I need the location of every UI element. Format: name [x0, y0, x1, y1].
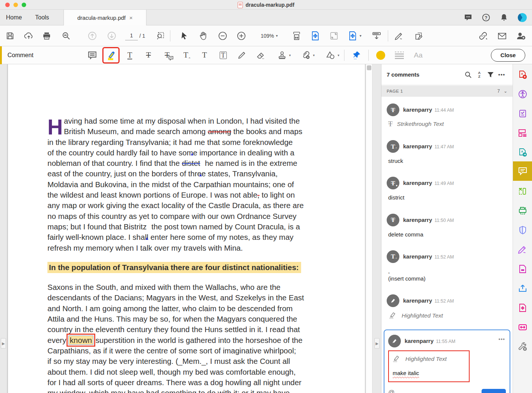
send-review-icon[interactable] — [513, 300, 532, 316]
doc-line: if so my stay may be very interesting. (… — [47, 356, 337, 366]
mention-at-icon[interactable]: @ — [388, 389, 482, 393]
shapes-tool[interactable]: ▾ — [322, 48, 340, 62]
marquee-zoom-icon[interactable] — [154, 29, 167, 43]
tab-close-icon[interactable]: × — [129, 15, 133, 21]
more-tools-icon[interactable] — [513, 338, 532, 355]
sticky-note-icon[interactable] — [85, 48, 100, 62]
scrollbar-thumb[interactable] — [367, 65, 371, 70]
comment-item[interactable]: T⌃ karenparry 11:52 AM ,(insert comma) — [381, 244, 513, 288]
save-icon[interactable] — [3, 29, 17, 43]
selected-highlight-markup[interactable]: known — [68, 335, 93, 345]
insert-caret-markup[interactable] — [200, 165, 203, 166]
scan-ocr-icon[interactable] — [513, 202, 532, 219]
color-swatch[interactable] — [373, 48, 388, 62]
highlight-text-tool[interactable] — [103, 48, 118, 62]
redact-page-icon[interactable] — [513, 261, 532, 277]
print-icon[interactable] — [40, 29, 53, 43]
account-avatar[interactable] — [518, 13, 527, 22]
zoom-in-icon[interactable] — [235, 29, 248, 43]
feedback-bubble-icon[interactable] — [464, 13, 472, 22]
highlight-avatar-icon — [387, 294, 399, 307]
comment-tool-icon[interactable] — [513, 161, 532, 181]
stamp-tool[interactable]: ▾ — [273, 48, 291, 62]
svg-text:A: A — [521, 72, 523, 75]
add-text-tool[interactable]: T — [197, 48, 212, 62]
compress-pdf-icon[interactable] — [513, 319, 532, 335]
fit-width-icon[interactable] — [290, 29, 303, 43]
post-button[interactable]: Post — [482, 389, 506, 393]
doc-line: refresh my memory when I talk over my tr… — [47, 243, 337, 253]
fill-sign-icon[interactable] — [412, 29, 426, 43]
draw-pencil-tool[interactable] — [234, 48, 249, 62]
add-user-icon[interactable] — [514, 29, 528, 43]
comment-item[interactable]: T● karenparry 11:49 AM district — [381, 170, 513, 207]
doc-line: Saxons in the South, and mixed with them… — [47, 282, 337, 293]
text-style-icon[interactable]: Aa — [411, 48, 426, 62]
find-icon[interactable] — [59, 29, 73, 43]
fit-page-icon[interactable] — [309, 29, 322, 43]
page-group-bar[interactable]: PAGE 1 7 ⌄ — [381, 86, 513, 97]
fullscreen-icon[interactable] — [327, 29, 341, 43]
text-box-tool[interactable]: T — [216, 48, 231, 62]
accessibility-icon[interactable] — [513, 86, 532, 102]
comment-item[interactable]: T karenparry 11:44 AM TStrikethrough Tex… — [381, 97, 513, 133]
comment-item[interactable]: karenparry 11:52 AM Highlighted Text — [381, 288, 513, 326]
comment-item[interactable]: T⌃ karenparry 11:47 AM struck — [381, 133, 513, 170]
tab-home[interactable]: Home — [6, 10, 22, 25]
tab-document[interactable]: dracula-markup.pdf × — [64, 10, 146, 25]
sign-pen-icon[interactable] — [393, 29, 406, 43]
left-pane-toggle-icon[interactable]: ▶ — [1, 338, 6, 349]
hand-tool-icon[interactable] — [197, 29, 210, 43]
comment-options-icon[interactable]: ••• — [498, 336, 505, 342]
export-pdf-icon[interactable]: A — [513, 144, 532, 161]
sort-comments-icon[interactable]: AZ — [474, 69, 485, 80]
select-tool-icon[interactable] — [177, 29, 191, 43]
edit-pdf-icon[interactable] — [513, 183, 532, 199]
filter-comments-icon[interactable] — [485, 69, 496, 80]
email-icon[interactable] — [495, 29, 509, 43]
previous-page-icon[interactable] — [86, 29, 99, 43]
doc-line: for I had all sorts of queer dreams. The… — [47, 377, 337, 388]
comment-note-text[interactable]: make italic — [393, 370, 466, 376]
link-icon[interactable] — [477, 29, 490, 43]
replace-text-tool[interactable]: T — [160, 48, 174, 62]
page-display-dropdown[interactable]: ▾ — [346, 29, 364, 43]
share-cloud-icon[interactable] — [22, 29, 35, 43]
eraser-tool[interactable] — [253, 48, 268, 62]
next-page-icon[interactable] — [105, 29, 118, 43]
strikethrough-text-tool[interactable]: T — [141, 48, 156, 62]
read-mode-icon[interactable] — [370, 29, 383, 43]
strikethrough-markup[interactable]: among — [208, 127, 231, 136]
highlight-markup[interactable]: In the population of Transylvania there … — [47, 262, 301, 273]
attach-file-tool[interactable]: ▾ — [297, 48, 315, 62]
comments-options-icon[interactable]: ••• — [496, 69, 507, 80]
tab-tools[interactable]: Tools — [35, 10, 49, 25]
keep-tool-pin-icon[interactable] — [349, 48, 364, 62]
fill-sign-pen-icon[interactable] — [513, 241, 532, 258]
collapse-page-chevron-icon[interactable]: ⌄ — [504, 89, 507, 94]
insert-caret-markup[interactable] — [192, 145, 194, 145]
right-pane-toggle-icon[interactable]: ▶ — [374, 338, 380, 349]
zoom-out-icon[interactable] — [216, 29, 229, 43]
search-comments-icon[interactable] — [463, 69, 474, 80]
zoom-level-dropdown[interactable]: 109% ▾ — [255, 29, 282, 43]
selected-comment-card[interactable]: ••• karenparry 11:55 AM Highlighted Text… — [384, 329, 510, 393]
underline-text-tool[interactable]: T — [122, 48, 137, 62]
prepare-form-icon[interactable] — [513, 105, 532, 122]
insert-text-tool[interactable]: T ⌃ — [178, 48, 193, 62]
help-icon[interactable]: ? — [482, 13, 490, 22]
page-number-input[interactable] — [125, 31, 138, 40]
insert-caret-markup[interactable] — [147, 229, 149, 229]
close-comment-button[interactable]: Close — [491, 49, 525, 62]
replace-markup[interactable]: distet — [182, 159, 200, 167]
line-thickness-icon[interactable] — [392, 48, 407, 62]
notifications-bell-icon[interactable] — [500, 13, 508, 22]
doc-line: nobleman of that country. I find that th… — [47, 158, 337, 168]
document-scrollbar[interactable] — [366, 64, 372, 393]
doc-line: Moldavia and Bukovina, in the midst of t… — [47, 179, 337, 190]
create-pdf-icon[interactable]: A — [513, 66, 532, 83]
comment-item[interactable]: T karenparry 11:50 AM delete comma — [381, 207, 513, 244]
share-file-icon[interactable] — [513, 280, 532, 297]
protect-shield-icon[interactable] — [513, 222, 532, 238]
organize-pages-icon[interactable] — [513, 125, 532, 141]
